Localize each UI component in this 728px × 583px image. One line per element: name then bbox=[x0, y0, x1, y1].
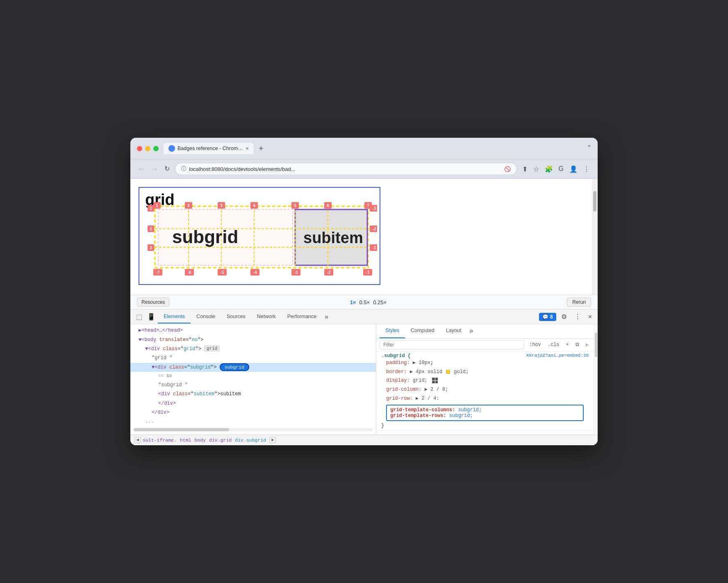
google-icon[interactable]: G bbox=[557, 164, 565, 174]
breadcrumb-item-body[interactable]: body bbox=[194, 437, 206, 443]
breadcrumb-item-html[interactable]: html bbox=[180, 437, 191, 443]
tab-elements[interactable]: Elements bbox=[158, 310, 191, 323]
grid-visualization: grid bbox=[139, 187, 380, 285]
svg-text:-3: -3 bbox=[294, 270, 298, 275]
tab-layout[interactable]: Layout bbox=[440, 324, 467, 338]
svg-text:-5: -5 bbox=[221, 270, 224, 275]
tab-performance[interactable]: Performance bbox=[282, 310, 323, 323]
html-scrollbar[interactable] bbox=[134, 428, 373, 431]
browser-window: Badges reference - Chrome D × + ˅ ← → ↻ … bbox=[130, 138, 598, 445]
grid-badge[interactable]: grid bbox=[204, 346, 220, 351]
close-devtools-icon[interactable]: × bbox=[586, 310, 594, 324]
tab-computed[interactable]: Computed bbox=[405, 324, 440, 338]
refresh-button[interactable]: ↻ bbox=[163, 164, 171, 173]
tab-close-button[interactable]: × bbox=[246, 146, 249, 151]
maximize-button[interactable] bbox=[153, 146, 159, 151]
minimize-button[interactable] bbox=[145, 146, 150, 151]
tab-bar: Badges reference - Chrome D × + bbox=[164, 143, 582, 154]
rerun-button[interactable]: Rerun bbox=[567, 298, 591, 307]
html-line-div-subgrid[interactable]: ▼<div class="subgrid"> subgrid bbox=[130, 363, 376, 372]
html-panel: ▶<head>…</head> ▼<body translate="no"> ▼… bbox=[130, 324, 376, 435]
add-style-button[interactable]: + bbox=[564, 341, 571, 348]
scrollbar-thumb[interactable] bbox=[593, 191, 596, 212]
css-properties: padding: ▶ 10px; border: ▶ 4px solid gol… bbox=[381, 359, 589, 403]
grid-svg: 1 2 3 4 5 6 7 bbox=[148, 200, 377, 276]
gold-color-swatch[interactable] bbox=[446, 370, 450, 374]
tab-overflow-icon[interactable]: » bbox=[322, 310, 331, 324]
tab-title: Badges reference - Chrome D bbox=[177, 146, 243, 151]
styles-scrollbar[interactable] bbox=[594, 324, 598, 435]
styles-scrollbar-thumb[interactable] bbox=[595, 332, 597, 357]
preview-area: grid bbox=[130, 179, 598, 295]
zoom-0-5x[interactable]: 0.5× bbox=[359, 299, 370, 305]
inspect-mode-icon[interactable]: ⬚ bbox=[134, 310, 145, 324]
css-source[interactable]: KKrajpZ?ani…pe=embed:39 bbox=[526, 353, 589, 358]
html-line-ellipsis: ... bbox=[130, 417, 376, 426]
svg-text:5: 5 bbox=[294, 203, 296, 208]
tab-network[interactable]: Network bbox=[251, 310, 282, 323]
svg-text:2: 2 bbox=[150, 227, 152, 231]
address-input[interactable]: ⓘ localhost:8080/docs/devtools/elements/… bbox=[175, 163, 517, 175]
grid-visualization-wrapper: grid bbox=[139, 187, 380, 287]
address-text: localhost:8080/docs/devtools/elements/ba… bbox=[189, 166, 502, 172]
chat-count: 8 bbox=[550, 314, 553, 320]
more-menu-icon[interactable]: ⋮ bbox=[582, 164, 591, 174]
breadcrumb-item-divgrid[interactable]: div.grid bbox=[209, 437, 232, 443]
tab-sources[interactable]: Sources bbox=[221, 310, 251, 323]
settings-icon[interactable]: ⚙ bbox=[559, 310, 569, 324]
css-prop-grid-column: grid-column: ▶ 2 / 8; bbox=[386, 385, 589, 394]
styles-toolbar: :hov .cls + ⧉ ⊢ bbox=[376, 339, 594, 351]
more-options-icon[interactable]: ⋮ bbox=[572, 310, 583, 324]
svg-text:-3: -3 bbox=[373, 206, 376, 211]
bookmark-icon[interactable]: ☆ bbox=[532, 164, 540, 174]
svg-text:-7: -7 bbox=[156, 270, 160, 275]
svg-text:3: 3 bbox=[220, 203, 223, 208]
forward-button[interactable]: → bbox=[150, 164, 159, 173]
profile-icon[interactable]: 👤 bbox=[568, 164, 579, 174]
extensions-icon[interactable]: 🧩 bbox=[544, 164, 554, 174]
grid-display-icon[interactable] bbox=[432, 378, 438, 383]
active-tab[interactable]: Badges reference - Chrome D × bbox=[164, 143, 254, 154]
svg-text:-1: -1 bbox=[366, 270, 370, 275]
subgrid-badge[interactable]: subgrid bbox=[220, 363, 249, 371]
svg-text:2: 2 bbox=[187, 203, 190, 208]
highlighted-prop-columns: grid-template-columns: subgrid; bbox=[390, 407, 580, 413]
preview-bottom-bar: Resources 1× 0.5× 0.25× Rerun bbox=[130, 295, 598, 310]
breadcrumb-right-arrow[interactable]: ► bbox=[269, 437, 276, 443]
title-bar: Badges reference - Chrome D × + ˅ bbox=[130, 138, 598, 159]
class-button[interactable]: .cls bbox=[546, 341, 561, 348]
tab-styles[interactable]: Styles bbox=[380, 324, 405, 338]
css-prop-grid-row: grid-row: ▶ 2 / 4: bbox=[386, 394, 589, 403]
toggle-style-button[interactable]: ⊢ bbox=[584, 341, 590, 349]
resources-button[interactable]: Resources bbox=[137, 298, 169, 307]
device-mode-icon[interactable]: 📱 bbox=[145, 310, 158, 324]
css-prop-padding: padding: ▶ 10px; bbox=[386, 359, 589, 368]
css-prop-border: border: ▶ 4px solid gold; bbox=[386, 368, 589, 377]
breadcrumb-left-arrow[interactable]: ◄ bbox=[134, 437, 141, 443]
css-block: .subgrid { KKrajpZ?ani…pe=embed:39 paddi… bbox=[376, 351, 594, 430]
breadcrumb-item-divsubgrid[interactable]: div.subgrid bbox=[235, 437, 266, 443]
zoom-1x[interactable]: 1× bbox=[350, 299, 356, 305]
svg-text:1: 1 bbox=[156, 203, 158, 208]
html-scrollbar-thumb[interactable] bbox=[134, 428, 229, 431]
css-prop-display: display: grid; bbox=[386, 376, 589, 385]
ai-chat-badge[interactable]: 💬 8 bbox=[539, 313, 556, 321]
close-button[interactable] bbox=[137, 146, 142, 151]
html-line-div-close: </div> bbox=[130, 399, 376, 408]
tab-console[interactable]: Console bbox=[191, 310, 221, 323]
copy-style-button[interactable]: ⧉ bbox=[574, 341, 581, 348]
zoom-0-25x[interactable]: 0.25× bbox=[373, 299, 387, 305]
new-tab-button[interactable]: + bbox=[256, 143, 266, 154]
html-line-div-grid: ▼<div class="grid"> grid bbox=[130, 344, 376, 353]
pseudo-state-button[interactable]: :hov bbox=[528, 341, 543, 348]
styles-tab-overflow[interactable]: » bbox=[467, 324, 476, 338]
breadcrumb-item-iframe[interactable]: sult-iframe. bbox=[143, 437, 177, 443]
filter-input[interactable] bbox=[380, 340, 524, 349]
tab-overflow-button[interactable]: ˅ bbox=[587, 144, 591, 153]
content-area: grid bbox=[130, 179, 598, 445]
share-icon[interactable]: ⬆ bbox=[521, 164, 529, 174]
breadcrumb-bar: ◄ sult-iframe. html body div.grid div.su… bbox=[130, 435, 598, 445]
styles-tabs: Styles Computed Layout » bbox=[376, 324, 594, 339]
back-button[interactable]: ← bbox=[137, 164, 146, 173]
preview-scrollbar[interactable] bbox=[592, 179, 598, 295]
